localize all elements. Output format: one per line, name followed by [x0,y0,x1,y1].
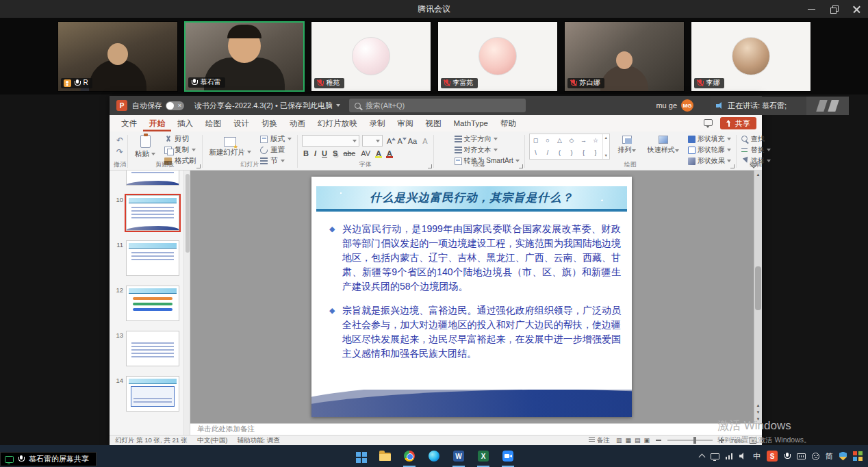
find-button[interactable]: 查找 [741,134,771,144]
emoji-icon[interactable] [812,453,819,460]
new-slide-button[interactable]: 新建幻灯片 [207,134,255,157]
tab-mathtype[interactable]: MathType [448,115,495,131]
shape-fill-button[interactable]: 形状填充 [687,134,732,144]
align-text-button[interactable]: 对齐文本 [454,145,520,155]
shape-circle-icon[interactable]: ○ [546,137,549,144]
shape-paren-left-icon[interactable]: ( [559,149,561,156]
shape-outline-button[interactable]: 形状轮廓 [687,145,732,155]
grow-font-button[interactable]: A [385,137,393,145]
slide-thumbnail[interactable] [126,331,179,366]
scroll-down-icon[interactable]: ▼ [604,153,608,157]
dialog-launcher-icon[interactable] [730,164,735,168]
undo-button[interactable]: ↶ [116,136,123,145]
thumbnail-scrollbar[interactable] [183,171,190,435]
shape-paren-right-icon[interactable]: ) [571,149,573,156]
security-shield-icon[interactable] [839,452,847,461]
slide-canvas[interactable]: 什么是兴边富民行动，其宗旨是什么？ ◆ 兴边富民行动，是1999年由国家民委联合… [190,171,762,423]
shape-star-icon[interactable]: ☆ [593,137,598,144]
tab-help[interactable]: 帮助 [494,115,522,131]
tab-file[interactable]: 文件 [115,115,143,131]
shape-brace-left-icon[interactable]: { [583,149,585,156]
strikethrough-button[interactable]: abc [342,149,357,157]
comments-icon[interactable] [704,119,713,126]
network-icon[interactable] [726,453,733,459]
zoom-slider-thumb[interactable] [693,437,696,444]
dialog-launcher-icon[interactable] [428,164,432,168]
tray-mic-icon[interactable] [784,453,791,460]
underline-button[interactable]: U [320,149,329,157]
tab-animations[interactable]: 动画 [283,115,311,131]
clear-formatting-button[interactable]: A [421,137,429,145]
shape-rect-icon[interactable]: ◻ [533,137,538,144]
change-case-button[interactable]: Aa [407,137,418,145]
quick-styles-button[interactable]: 快速样式 [644,134,682,155]
shape-arrow-icon[interactable]: → [580,137,587,144]
dialog-launcher-icon[interactable] [519,164,523,168]
slide-sorter-view-icon[interactable]: ▦ [625,437,631,444]
start-button[interactable] [348,445,372,467]
tab-home[interactable]: 开始 [143,115,171,131]
input-mode-indicator[interactable]: 中 [753,451,761,462]
account-info[interactable]: mu ge MG [656,99,693,112]
excel-button[interactable]: X [471,445,496,467]
shapes-gallery[interactable]: ◻ ○ △ ◇ → ☆ \ / ( ) { } ▲ ▼ [529,134,610,160]
app-grid-icon[interactable] [853,451,857,455]
display-icon[interactable] [711,453,719,459]
italic-button[interactable]: I [313,149,318,157]
zoom-out-icon[interactable] [656,440,661,441]
screen-share-banner[interactable]: 慕石雷的屏幕共享 [0,452,97,466]
accessibility-status[interactable]: 辅助功能: 调查 [237,436,279,445]
shrink-font-button[interactable]: A [396,137,403,145]
notes-toggle[interactable]: 备注 [589,436,610,445]
tab-record[interactable]: 录制 [363,115,392,131]
volume-icon[interactable] [739,453,747,459]
minimize-icon[interactable] [807,5,816,14]
shape-line2-icon[interactable]: / [547,149,549,156]
participant-tile[interactable]: 苏白娜 [564,21,685,92]
slideshow-view-icon[interactable]: ▣ [643,437,650,444]
slide-thumbnail-selected[interactable] [126,195,179,231]
layout-button[interactable]: 版式 [259,134,293,144]
font-size-select[interactable] [362,135,383,147]
shape-diamond-icon[interactable]: ◇ [570,137,574,144]
current-slide[interactable]: 什么是兴边富民行动，其宗旨是什么？ ◆ 兴边富民行动，是1999年由国家民委联合… [311,177,632,417]
tab-draw[interactable]: 绘图 [199,115,227,131]
restore-icon[interactable] [830,5,839,14]
font-name-select[interactable] [302,135,359,147]
participant-tile[interactable]: 稚苑 [311,21,431,92]
ppt-titlebar[interactable]: P 自动保存 读书分享会-2022.4.3(2) • 已保存到此电脑 mu ge… [110,96,762,115]
language-status[interactable]: 中文(中国) [197,436,227,445]
next-slide-icon[interactable]: ▼ [756,410,761,414]
tab-transitions[interactable]: 切换 [255,115,283,131]
file-explorer-button[interactable] [372,445,397,467]
participant-tile[interactable]: 李娜 [691,21,811,92]
scroll-up-icon[interactable]: ▲ [756,173,761,177]
cut-button[interactable]: 剪切 [163,134,198,144]
shapes-gallery-scrollbar[interactable]: ▲ ▼ [602,134,609,159]
scrollbar-thumb[interactable] [755,266,761,310]
tab-design[interactable]: 设计 [227,115,255,131]
slide-body-text[interactable]: ◆ 兴边富民行动，是1999年由国家民委联合国家发展改革委、财政部等部门倡议发起… [329,222,621,370]
reading-view-icon[interactable]: ▤ [635,437,641,444]
tray-expand-icon[interactable] [699,454,706,461]
participant-tile-active-speaker[interactable]: 慕石雷 [184,21,305,92]
search-input[interactable] [366,101,520,110]
chrome-button[interactable] [397,445,422,467]
participant-tile[interactable]: 李富苑 [437,21,558,92]
shape-line-icon[interactable]: \ [535,149,537,156]
tab-slideshow[interactable]: 幻灯片放映 [311,115,363,131]
reset-button[interactable]: 重置 [259,145,293,155]
notes-pane[interactable]: 单击此处添加备注 [190,423,762,435]
font-color-button[interactable]: A [385,149,394,157]
share-button[interactable]: 共享 [720,117,756,129]
word-button[interactable]: W [446,445,471,467]
sogou-icon[interactable]: S [767,451,778,462]
normal-view-icon[interactable]: ▥ [616,437,622,444]
meeting-app-button[interactable] [496,445,520,467]
shape-triangle-icon[interactable]: △ [557,137,562,144]
tab-insert[interactable]: 插入 [171,115,199,131]
scrollbar-thumb[interactable] [186,174,190,253]
autosave-toggle[interactable] [166,101,184,110]
slide-thumbnail[interactable] [126,376,179,412]
tab-view[interactable]: 视图 [420,115,448,131]
